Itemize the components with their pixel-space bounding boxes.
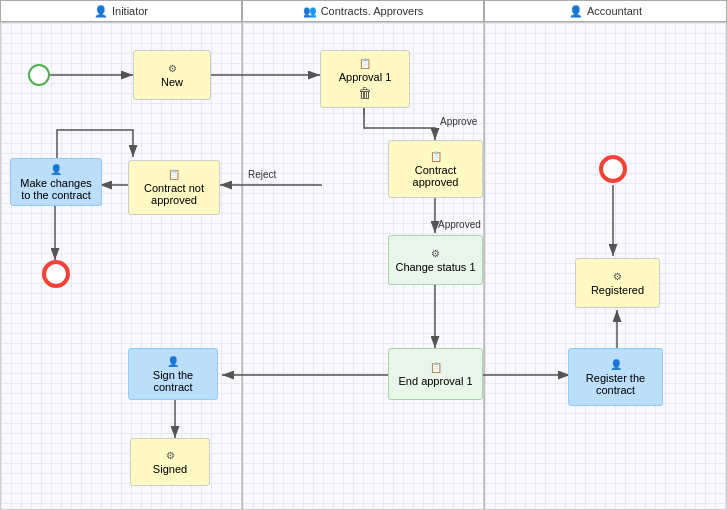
node-end-approval1-label: End approval 1 xyxy=(399,375,473,387)
node-register-contract-label: Register the contract xyxy=(573,372,658,396)
node-sign-contract-label: Sign the contract xyxy=(133,369,213,393)
gear-icon-registered: ⚙ xyxy=(613,271,622,282)
gear-icon-signed: ⚙ xyxy=(166,450,175,461)
end-event-initiator xyxy=(42,260,70,288)
doc-icon-approval1: 📋 xyxy=(359,58,371,69)
node-registered-label: Registered xyxy=(591,284,644,296)
gear-icon-new: ⚙ xyxy=(168,63,177,74)
swimlane-header-accountant: 👤 Accountant xyxy=(484,0,727,22)
separator-1 xyxy=(242,22,243,510)
node-end-approval1[interactable]: 📋 End approval 1 xyxy=(388,348,483,400)
node-contract-approved-label: Contract approved xyxy=(393,164,478,188)
swimlane-header-initiator: 👤 Initiator xyxy=(0,0,242,22)
diagram-container: 👤 Initiator 👥 Contracts. Approvers 👤 Acc… xyxy=(0,0,727,510)
doc-icon-approved: 📋 xyxy=(430,151,442,162)
doc-icon-endapproval: 📋 xyxy=(430,362,442,373)
node-approval1-label: Approval 1 xyxy=(339,71,392,83)
start-event xyxy=(28,64,50,86)
node-sign-contract[interactable]: 👤 Sign the contract xyxy=(128,348,218,400)
node-contract-not-approved[interactable]: 📋 Contract not approved xyxy=(128,160,220,215)
node-contract-approved[interactable]: 📋 Contract approved xyxy=(388,140,483,198)
doc-icon-notapproved: 📋 xyxy=(168,169,180,180)
persons-icon: 👥 xyxy=(303,5,317,18)
node-register-contract[interactable]: 👤 Register the contract xyxy=(568,348,663,406)
person-icon-makechanges: 👤 xyxy=(50,164,62,175)
node-contract-not-approved-label: Contract not approved xyxy=(133,182,215,206)
node-change-status1-label: Change status 1 xyxy=(395,261,475,273)
swimlane-label-initiator: Initiator xyxy=(112,5,148,17)
node-make-changes[interactable]: 👤 Make changes to the contract xyxy=(10,158,102,206)
node-new[interactable]: ⚙ New xyxy=(133,50,211,100)
node-signed-label: Signed xyxy=(153,463,187,475)
node-approval1[interactable]: 📋 Approval 1 🗑 xyxy=(320,50,410,108)
swimlane-label-approvers: Contracts. Approvers xyxy=(321,5,424,17)
node-registered[interactable]: ⚙ Registered xyxy=(575,258,660,308)
node-make-changes-label: Make changes to the contract xyxy=(15,177,97,201)
person-icon-register: 👤 xyxy=(610,359,622,370)
person-icon: 👤 xyxy=(94,5,108,18)
node-signed[interactable]: ⚙ Signed xyxy=(130,438,210,486)
end-event-accountant xyxy=(599,155,627,183)
swimlane-label-accountant: Accountant xyxy=(587,5,642,17)
gear-icon-changestatus: ⚙ xyxy=(431,248,440,259)
swimlane-header-approvers: 👥 Contracts. Approvers xyxy=(242,0,484,22)
node-new-label: New xyxy=(161,76,183,88)
person-icon-sign: 👤 xyxy=(167,356,179,367)
person-icon-accountant: 👤 xyxy=(569,5,583,18)
separator-2 xyxy=(484,22,485,510)
trash-icon-approval1: 🗑 xyxy=(358,85,372,101)
node-change-status1[interactable]: ⚙ Change status 1 xyxy=(388,235,483,285)
